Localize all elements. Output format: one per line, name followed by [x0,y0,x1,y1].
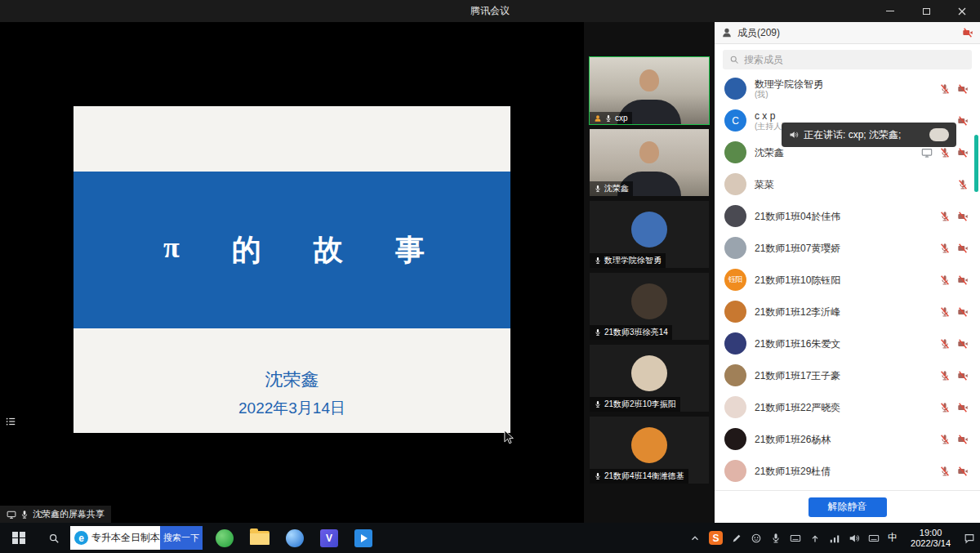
member-row[interactable]: 21数师1班29杜倩 [715,455,980,487]
start-button[interactable] [0,523,38,553]
avatar-initial: C [732,115,739,127]
participant-name: 21数师4班14衡潍德基 [604,470,684,482]
camera-off-icon[interactable] [957,306,969,318]
camera-off-icon[interactable] [957,402,969,413]
avatar [724,460,746,482]
app-icon-file-explorer[interactable] [250,531,270,545]
video-tile-cxp[interactable]: cxp [590,57,709,124]
participant-name: 21数师3班徐亮14 [604,327,668,338]
touch-keyboard-icon[interactable] [868,533,880,544]
taskbar-clock[interactable]: 19:00 2022/3/14 [911,528,951,549]
camera-off-icon[interactable] [957,370,969,381]
mic-off-icon[interactable] [939,211,951,222]
avatar: 钰阳 [724,269,746,291]
member-row[interactable]: 21数师1班12李沂峰 [715,296,980,328]
host-person-icon [594,114,602,123]
camera-off-icon[interactable] [957,338,969,350]
member-row[interactable]: 21数师1班26杨林 [715,423,980,455]
annotation-list-icon[interactable] [5,416,16,427]
search-go-button[interactable]: 搜索一下 [160,526,203,550]
member-row[interactable]: 21数师1班17王子豪 [715,359,980,391]
video-tile-xuliang[interactable]: 21数师3班徐亮14 [590,273,709,340]
title-bar: 腾讯会议 [0,0,980,22]
camera-off-icon[interactable] [962,27,973,38]
taskbar-search-box[interactable]: e 搜索一下 [70,526,203,550]
screen-share-icon[interactable] [921,147,933,158]
video-thumbnail-column: cxp 沈荣鑫 数理学院徐智勇 21数师3班徐亮14 [584,22,715,523]
mic-icon [20,510,29,520]
slide-date: 2022年3月14日 [74,398,510,419]
video-tile-xuzhiyong[interactable]: 数理学院徐智勇 [590,201,709,268]
mic-off-icon[interactable] [939,306,951,318]
mic-off-icon[interactable] [939,338,951,350]
minimize-button[interactable] [872,0,908,22]
member-name: 21数师1班26杨林 [755,434,831,445]
member-name: 21数师1班17王子豪 [755,370,840,381]
camera-off-icon[interactable] [957,243,969,254]
tray-keyboard-icon[interactable] [790,533,801,544]
video-tile-shenrongxin[interactable]: 沈荣鑫 [590,129,709,196]
meeting-tray-icon[interactable]: S [709,531,723,545]
video-tile-lizhenyang[interactable]: 21数师2班10李振阳 [590,345,709,412]
mic-off-icon[interactable] [939,243,951,254]
camera-off-icon[interactable] [957,147,969,158]
member-row[interactable]: 菜菜 [715,168,980,200]
taskbar-search-button[interactable] [38,523,70,553]
close-button[interactable] [944,0,980,22]
avatar [724,428,746,450]
monitor-icon [7,510,16,520]
tray-pen-icon[interactable] [731,533,742,544]
member-row[interactable]: 21数师1班22严晓奕 [715,391,980,423]
member-row[interactable]: 21数师1班16朱爱文 [715,328,980,359]
camera-off-icon[interactable] [957,274,969,286]
close-icon [958,7,966,16]
mic-off-icon[interactable] [939,466,951,477]
member-row[interactable]: 钰阳 21数师1班10陈钰阳 [715,264,980,296]
tray-upload-icon[interactable] [809,533,821,544]
mic-off-icon[interactable] [957,179,969,190]
mic-off-icon[interactable] [939,370,951,381]
volume-icon[interactable] [849,533,860,544]
screen-share-label: 沈荣鑫的屏幕共享 [33,508,105,520]
avatar [631,212,667,248]
avatar [724,141,746,163]
restore-button[interactable] [908,0,944,22]
network-icon[interactable] [829,533,840,544]
screen-share-indicator: 沈荣鑫的屏幕共享 [0,506,111,523]
member-row[interactable]: 21数师1班07黄璎娇 [715,232,980,264]
avatar [724,332,746,355]
tray-expand-icon[interactable] [689,533,701,544]
ime-indicator[interactable]: 中 [888,531,898,545]
mic-off-icon[interactable] [939,274,951,286]
slide-title-char: 故 [314,230,343,270]
app-icon-media[interactable] [354,529,372,547]
video-tile-hengweideji[interactable]: 21数师4班14衡潍德基 [590,417,709,484]
member-search-box[interactable] [723,50,972,69]
scrollbar-thumb[interactable] [974,135,978,192]
toast-avatar [929,128,949,141]
mic-off-icon[interactable] [939,83,951,95]
camera-off-icon[interactable] [957,434,969,445]
camera-off-icon[interactable] [957,211,969,222]
slide-presenter-name: 沈荣鑫 [74,368,510,392]
app-icon-sphere-browser[interactable] [286,529,304,547]
member-search-input[interactable] [744,54,965,65]
notification-center-icon[interactable] [964,533,975,544]
tray-mic-icon[interactable] [770,533,782,544]
tencent-meeting-window: 腾讯会议 π 的 故 事 沈荣鑫 2022年3月14日 [0,0,980,553]
mic-off-icon[interactable] [939,434,951,445]
app-icon-v[interactable]: V [320,529,338,547]
member-row[interactable]: 21数师1班04於佳伟 [715,200,980,232]
camera-off-icon[interactable] [957,466,969,477]
members-footer: 解除静音 [715,490,980,523]
member-name: c x p [755,110,785,122]
mic-off-icon[interactable] [939,147,951,158]
member-row[interactable]: 数理学院徐智勇 (我) [715,73,980,105]
camera-off-icon[interactable] [957,115,969,127]
mic-off-icon[interactable] [939,402,951,413]
camera-off-icon[interactable] [957,83,969,95]
taskbar-search-input[interactable] [91,533,160,544]
tray-emoji-icon[interactable] [751,533,762,544]
app-icon-browser[interactable] [216,529,234,547]
unmute-button[interactable]: 解除静音 [808,497,887,517]
